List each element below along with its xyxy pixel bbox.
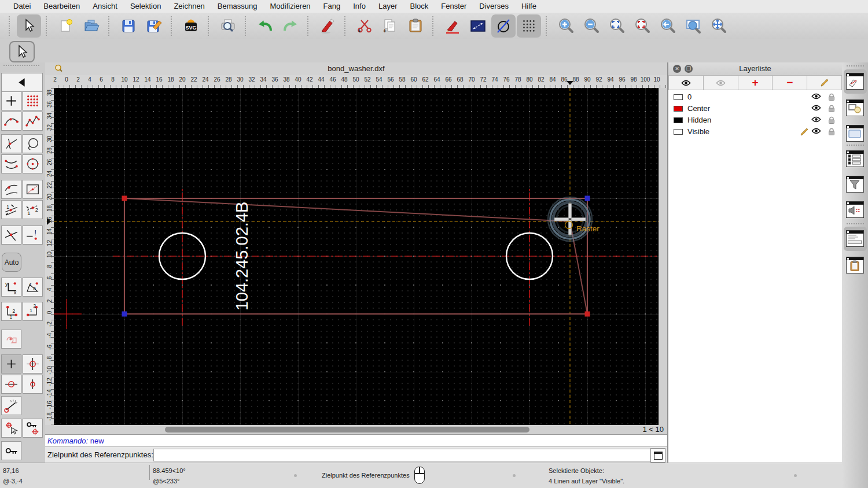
property-editor-dock-button[interactable] [846,150,864,167]
menu-item-modifizieren[interactable]: Modifizieren [264,0,317,13]
save-as-button[interactable] [142,14,166,38]
crosshair-full-button[interactable] [23,354,43,374]
node-edit-button[interactable] [1,134,21,153]
menu-item-bemassung[interactable]: Bemassung [211,0,264,13]
crosshair-h-button[interactable] [1,375,21,394]
zoom-window-button[interactable] [681,14,705,38]
zoom-previous-button[interactable] [656,14,680,38]
block-list-dock-button[interactable] [846,99,864,116]
layer-list-dock-button[interactable] [846,73,864,90]
coord-cartesian-button[interactable]: yx [1,278,21,297]
snap-intersection-button[interactable] [1,225,21,245]
grid-toggle-button[interactable] [517,14,541,38]
layer-visibility-eye-icon[interactable] [811,93,821,99]
rect-diagonal-button[interactable] [23,180,43,199]
corner-12b-button[interactable]: 12 [23,302,43,321]
zoom-selection-button[interactable] [630,14,654,38]
scrollbar-thumb[interactable] [165,427,529,432]
key-snap-button[interactable] [23,419,43,438]
menu-item-datei[interactable]: Datei [7,0,37,13]
remove-layer-button[interactable]: − [773,75,807,90]
menu-item-hilfe[interactable]: Hilfe [515,0,543,13]
delete-red-pencil-button[interactable] [315,14,340,38]
menu-item-layer[interactable]: Layer [372,0,404,13]
cut-button[interactable]: + [352,14,377,38]
menu-item-bearbeiten[interactable]: Bearbeiten [37,0,86,13]
menu-item-selektion[interactable]: Selektion [124,0,167,13]
auto-button[interactable]: Auto [2,253,21,272]
zoom-auto-button[interactable] [605,14,629,38]
gauge-button[interactable] [1,396,21,415]
menu-item-block[interactable]: Block [403,0,435,13]
menu-item-fenster[interactable]: Fenster [435,0,473,13]
laser-pointer-dock-button[interactable] [846,201,864,218]
copy-button[interactable]: + [378,14,402,38]
corner-12a-button[interactable]: 12 [1,302,21,321]
ghost-shape-button[interactable] [1,330,21,349]
layer-lock-icon[interactable] [828,93,835,101]
layer-row-visible[interactable]: Visible [668,126,842,138]
hide-all-eye-button[interactable] [704,75,738,90]
menu-item-ansicht[interactable]: Ansicht [86,0,124,13]
cursor-button[interactable] [17,14,41,38]
print-preview-button[interactable] [216,14,240,38]
selection-tool-button[interactable] [9,41,35,62]
new-file-button[interactable] [54,14,78,38]
draw-pencil-button[interactable] [440,14,465,38]
redo-button[interactable] [278,14,303,38]
paste-button[interactable] [403,14,428,38]
dimension-button[interactable] [466,14,490,38]
key-button[interactable] [1,441,21,460]
layer-row-0[interactable]: 0 [668,91,842,103]
drawing-canvas[interactable]: 104.245.02.4BRaster [54,88,659,425]
snap-sequence-12-button[interactable]: 12 [23,200,43,219]
layer-visibility-eye-icon[interactable] [811,128,821,134]
plus-small-button[interactable] [1,354,21,374]
coord-polar-button[interactable]: ra [23,278,43,297]
svg-export-button[interactable]: SVG [179,14,203,38]
clipboard-panel-dock-button[interactable] [846,257,864,273]
command-window-button[interactable] [650,448,665,463]
save-button[interactable] [116,14,141,38]
spline-points-button[interactable] [1,112,21,131]
vertical-scrollbar[interactable] [659,88,668,425]
layer-lock-icon[interactable] [828,105,835,113]
select-lasso-button[interactable] [23,134,43,153]
layer-lock-icon[interactable] [828,116,835,124]
snap-sequence-1-button[interactable]: 1 [1,200,21,219]
point-plus-button[interactable] [1,91,21,110]
crosshair-small-button[interactable] [23,375,43,394]
menu-item-info[interactable]: Info [347,0,372,13]
double-arc-button[interactable] [1,154,21,173]
undo-button[interactable] [253,14,277,38]
menu-item-diverses[interactable]: Diverses [473,0,515,13]
menu-item-fang[interactable]: Fang [317,0,347,13]
polyline-points-button[interactable] [23,112,43,131]
layer-lock-icon[interactable] [828,128,835,136]
layer-visibility-eye-icon[interactable] [811,105,821,111]
palette-drag-handle[interactable] [3,65,39,66]
zoom-out-button[interactable] [579,14,604,38]
show-all-eye-button[interactable] [668,75,704,90]
command-line-dock-button[interactable] [846,230,864,247]
layer-row-center[interactable]: Center [668,103,842,114]
pan-button[interactable] [707,14,731,38]
command-input[interactable] [153,449,651,461]
arc-point-button[interactable] [1,180,21,199]
construction-toggle-button[interactable] [491,14,516,38]
open-folder-button[interactable] [79,14,104,38]
edit-layer-button[interactable] [807,75,842,90]
library-browser-dock-button[interactable] [846,125,864,142]
layer-row-hidden[interactable]: Hidden [668,114,842,126]
circle-center-button[interactable] [23,154,43,173]
horizontal-scrollbar[interactable]: 1 < 10 [45,425,667,434]
snap-single-button[interactable]: ! [23,225,43,245]
zoom-in-button[interactable] [554,14,578,38]
layer-visibility-eye-icon[interactable] [811,116,821,123]
point-matrix-button[interactable] [23,91,43,110]
selection-filter-dock-button[interactable] [846,176,864,193]
menu-item-zeichnen[interactable]: Zeichnen [167,0,211,13]
snap-cursor-button[interactable] [1,419,21,438]
back-button[interactable] [1,73,43,92]
add-layer-button[interactable]: + [738,75,773,90]
